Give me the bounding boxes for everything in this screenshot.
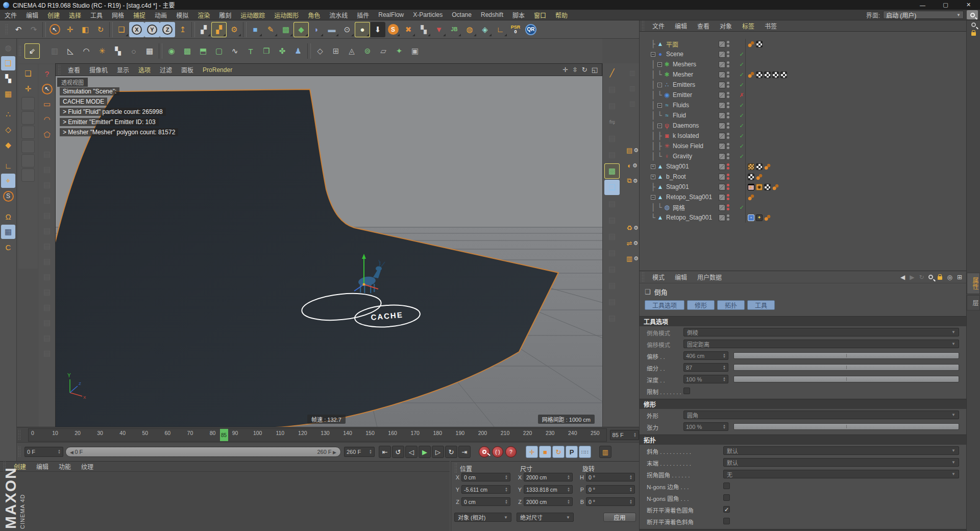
generic-e-icon[interactable]: ▱ [376, 43, 391, 59]
enable-toggle[interactable] [719, 153, 725, 160]
menu-item-5[interactable]: 网格 [107, 11, 129, 19]
light-object-icon[interactable]: ● [355, 22, 370, 37]
minimize-button[interactable]: — [911, 0, 934, 10]
menu-item-0[interactable]: 文件 [647, 21, 670, 30]
layout-select[interactable]: 启动 (用户)▼ [883, 11, 964, 19]
rotate-view-icon[interactable]: ↻ [582, 66, 587, 74]
enable-toggle[interactable] [719, 214, 725, 221]
menu-item-7[interactable]: 动画 [150, 11, 172, 19]
panel-grip[interactable] [18, 446, 21, 457]
star-tag-icon[interactable]: ✦ [756, 214, 763, 221]
history-icon[interactable]: ↻ [919, 274, 924, 281]
quick-render-icon[interactable]: QR [523, 22, 538, 37]
menu-item-18[interactable]: Octane [447, 11, 476, 18]
record-keyframe-button[interactable] [479, 446, 490, 457]
enable-toggle[interactable] [719, 41, 725, 47]
prev-frame-button[interactable]: ◁ [405, 446, 418, 458]
object-row[interactable]: +▲b_Root [640, 172, 966, 182]
size-value-field[interactable]: 2000 cm▲▼ [524, 497, 573, 506]
forward-icon[interactable]: ▶ [910, 274, 914, 281]
menu-item-3[interactable]: 选择 [64, 11, 86, 19]
empty-slot[interactable] [21, 154, 35, 167]
attribute-dropdown[interactable]: 圆角▼ [683, 411, 959, 419]
empty-slot[interactable] [21, 126, 35, 139]
menu-item-2[interactable]: 查看 [692, 21, 715, 30]
object-row[interactable]: │└✱Mesher✓ [640, 69, 966, 80]
attribute-value-field[interactable]: 100 %▲▼ [683, 375, 728, 383]
object-row[interactable]: │├◙k Isolated✓ [640, 131, 966, 141]
scale-tool-icon[interactable]: ◧ [78, 22, 93, 37]
inactive-tool-icon[interactable]: ▤ [604, 212, 620, 228]
record-help-button[interactable]: ? [505, 446, 517, 457]
primitive-cube-icon[interactable]: ■ [248, 22, 263, 37]
am-menu-item-2[interactable]: 用户数据 [692, 273, 727, 281]
am-menu-item-0[interactable]: 模式 [647, 273, 670, 281]
enable-toggle[interactable] [719, 204, 725, 211]
inactive-tool-icon[interactable]: ▤ [40, 316, 54, 330]
visibility-dots[interactable] [727, 153, 729, 159]
displacer-deformer-icon[interactable]: ◍ [462, 22, 477, 37]
next-frame-button[interactable]: ▷ [432, 446, 444, 458]
enabled-check-icon[interactable]: ✓ [738, 51, 745, 58]
spinner-arrows[interactable]: ▲▼ [723, 353, 726, 358]
enable-toggle[interactable] [719, 123, 725, 129]
content-browser-icon[interactable]: ⬇ [370, 22, 385, 37]
menu-item-17[interactable]: X-Particles [408, 11, 447, 18]
jiggle-deformer-icon[interactable]: JB [447, 22, 462, 37]
enabled-check-icon[interactable]: ✓ [738, 82, 745, 88]
menu-item-5[interactable]: 面板 [177, 65, 198, 74]
visibility-dots[interactable] [727, 102, 729, 108]
attribute-value-field[interactable]: 87▲▼ [683, 363, 728, 372]
ornament-spline-icon[interactable]: ✤ [275, 43, 290, 59]
spinner-arrows[interactable]: ▲▼ [58, 449, 61, 454]
visibility-dots[interactable] [727, 51, 729, 57]
generic-f-icon[interactable]: ✦ [391, 43, 407, 59]
spinner-arrows[interactable]: ▲▼ [723, 424, 726, 429]
floor-object-icon[interactable]: ▬ [324, 22, 339, 37]
spinner-arrows[interactable]: ▲▼ [567, 487, 570, 492]
section-header[interactable]: 工具 [640, 529, 966, 531]
menu-item-1[interactable]: 摄像机 [85, 65, 112, 74]
live-selection-tool-icon[interactable]: ↖ [47, 22, 62, 37]
panel-grip[interactable] [58, 64, 61, 76]
attribute-tab-3[interactable]: 工具 [747, 300, 775, 310]
visibility-dots[interactable] [727, 112, 729, 118]
panel-grip[interactable] [454, 463, 458, 474]
key-point-level-button[interactable]: ∷∷ [579, 446, 591, 458]
checker-tag-icon[interactable] [756, 163, 763, 170]
preview-range-slider[interactable]: ◀ 0 F 260 F ▶ [65, 447, 341, 457]
inactive-tool-icon[interactable]: ▤ [604, 229, 620, 244]
free-selection-icon[interactable]: ◠ [40, 112, 54, 127]
selection-path-icon[interactable]: ◠ [79, 43, 94, 59]
menu-item-3[interactable]: 对象 [715, 21, 737, 30]
collapse-icon[interactable]: − [657, 103, 662, 108]
coordinate-mode-select[interactable]: 对象 (相对)▼ [454, 513, 511, 522]
film-tag-icon[interactable]: ▸ [748, 184, 754, 190]
visibility-dots[interactable] [727, 214, 729, 221]
section-header[interactable]: 拓扑 [640, 435, 966, 445]
inactive-tool-icon[interactable]: ▤ [604, 261, 620, 277]
object-row[interactable]: ├▲Stag001▸◉ [640, 182, 966, 192]
inactive-tool-icon[interactable]: ▤ [604, 245, 620, 260]
inactive-tool-icon[interactable]: ▤ [40, 162, 54, 177]
dots-tag-icon[interactable] [764, 214, 771, 221]
dots-tag-icon[interactable] [748, 71, 754, 78]
spinner-arrows[interactable]: ▲▼ [723, 377, 726, 382]
dock-tab-layers[interactable]: 层 [967, 295, 980, 310]
spline-points-icon[interactable]: ∿ [227, 43, 242, 59]
enabled-check-icon[interactable]: ✓ [738, 133, 745, 139]
enabled-check-icon[interactable]: ✓ [738, 61, 745, 68]
collapse-icon[interactable]: − [657, 124, 662, 128]
take-clapper-icon[interactable]: ▚ [416, 22, 431, 37]
menu-item-1[interactable]: 编辑 [670, 21, 692, 30]
menu-item-1[interactable]: 编辑 [21, 11, 43, 19]
am-menu-item-1[interactable]: 编辑 [670, 273, 692, 281]
cube-active-icon[interactable]: ❑ [604, 180, 620, 195]
render-settings-icon[interactable]: ⚙ [227, 22, 242, 37]
visibility-dots[interactable] [727, 92, 729, 98]
inactive-tool-icon[interactable]: ▤ [604, 294, 620, 309]
dots-tag-icon[interactable] [772, 184, 779, 190]
inactive-tool-icon[interactable]: ▤ [604, 310, 620, 326]
enable-toggle[interactable] [719, 184, 725, 190]
object-row[interactable]: │−∴Emitters✓ [640, 80, 966, 90]
